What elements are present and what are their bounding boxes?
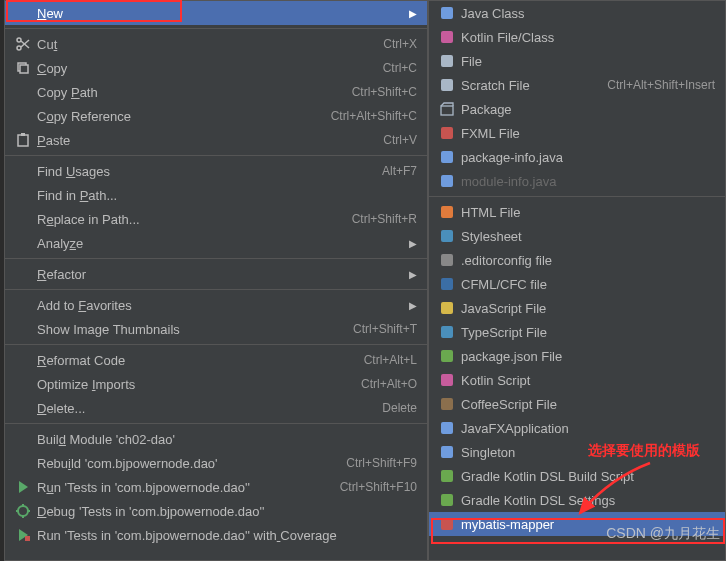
right_menu-mybatis-mapper[interactable]: mybatis-mapper: [429, 512, 725, 536]
left_menu-find-in-path[interactable]: Find in Path...: [5, 183, 427, 207]
gradle-icon: [437, 468, 457, 484]
right_menu-java-class[interactable]: Java Class: [429, 1, 725, 25]
right_menu-cfml[interactable]: CFML/CFC file: [429, 272, 725, 296]
shortcut: Ctrl+C: [383, 61, 417, 75]
svg-rect-25: [441, 278, 453, 290]
left_menu-optimize-imports[interactable]: Optimize ImportsCtrl+Alt+O: [5, 372, 427, 396]
right_menu-coffee-file[interactable]: CoffeeScript File: [429, 392, 725, 416]
menu-label: Run 'Tests in 'com.bjpowernode.dao'': [33, 480, 340, 495]
right_menu-package-json[interactable]: package.json File: [429, 344, 725, 368]
html-icon: [437, 204, 457, 220]
menu-label: package.json File: [457, 349, 715, 364]
file-icon: [437, 53, 457, 69]
right_menu-html-file[interactable]: HTML File: [429, 200, 725, 224]
left_menu-analyze[interactable]: Analyze▶: [5, 231, 427, 255]
left_menu-debug-tests[interactable]: Debug 'Tests in 'com.bjpowernode.dao'': [5, 499, 427, 523]
shortcut: Ctrl+Shift+F10: [340, 480, 417, 494]
shortcut: Ctrl+Shift+F9: [346, 456, 417, 470]
menu-label: Kotlin Script: [457, 373, 715, 388]
right_menu-fxml[interactable]: FXML File: [429, 121, 725, 145]
right_menu-stylesheet[interactable]: Stylesheet: [429, 224, 725, 248]
coffee-icon: [437, 396, 457, 412]
menu-label: .editorconfig file: [457, 253, 715, 268]
separator: [5, 289, 427, 290]
svg-rect-24: [441, 254, 453, 266]
right_menu-gradle-build[interactable]: Gradle Kotlin DSL Build Script: [429, 464, 725, 488]
css-icon: [437, 228, 457, 244]
svg-rect-7: [21, 133, 25, 136]
svg-rect-19: [441, 127, 453, 139]
shortcut: Ctrl+Alt+O: [361, 377, 417, 391]
cfml-icon: [437, 276, 457, 292]
left_menu-run-tests[interactable]: Run 'Tests in 'com.bjpowernode.dao''Ctrl…: [5, 475, 427, 499]
menu-label: Paste: [33, 133, 383, 148]
menu-label: CoffeeScript File: [457, 397, 715, 412]
svg-point-0: [17, 46, 21, 50]
right_menu-singleton[interactable]: Singleton: [429, 440, 725, 464]
svg-rect-31: [441, 422, 453, 434]
svg-rect-29: [441, 374, 453, 386]
menu-label: module-info.java: [457, 174, 715, 189]
left_menu-delete[interactable]: Delete...Delete: [5, 396, 427, 420]
submenu-arrow-icon: ▶: [409, 300, 417, 311]
left_menu-run-coverage[interactable]: Run 'Tests in 'com.bjpowernode.dao'' wit…: [5, 523, 427, 547]
right_menu-editorconfig[interactable]: .editorconfig file: [429, 248, 725, 272]
menu-label: Copy: [33, 61, 383, 76]
shortcut: Ctrl+V: [383, 133, 417, 147]
svg-point-1: [17, 38, 21, 42]
left_menu-refactor[interactable]: Refactor▶: [5, 262, 427, 286]
right_menu-package-info[interactable]: package-info.java: [429, 145, 725, 169]
menu-label: Find in Path...: [33, 188, 417, 203]
right_menu-file[interactable]: File: [429, 49, 725, 73]
menu-label: Reformat Code: [33, 353, 364, 368]
left_menu-reformat[interactable]: Reformat CodeCtrl+Alt+L: [5, 348, 427, 372]
java-class-icon: [437, 5, 457, 21]
left_menu-new[interactable]: New▶: [5, 1, 427, 25]
submenu-arrow-icon: ▶: [409, 238, 417, 249]
left_menu-build-module[interactable]: Build Module 'ch02-dao': [5, 427, 427, 451]
separator: [5, 258, 427, 259]
kotlin-icon: [437, 372, 457, 388]
left_menu-replace-in-path[interactable]: Replace in Path...Ctrl+Shift+R: [5, 207, 427, 231]
left_menu-add-favorites[interactable]: Add to Favorites▶: [5, 293, 427, 317]
svg-rect-34: [441, 494, 453, 506]
menu-label: Stylesheet: [457, 229, 715, 244]
left_menu-cut[interactable]: CutCtrl+X: [5, 32, 427, 56]
left_menu-show-thumbnails[interactable]: Show Image ThumbnailsCtrl+Shift+T: [5, 317, 427, 341]
submenu-arrow-icon: ▶: [409, 8, 417, 19]
right_menu-scratch-file[interactable]: Scratch FileCtrl+Alt+Shift+Insert: [429, 73, 725, 97]
gradle-icon: [437, 492, 457, 508]
coverage-icon: [13, 527, 33, 543]
left_menu-rebuild[interactable]: Rebuild 'com.bjpowernode.dao'Ctrl+Shift+…: [5, 451, 427, 475]
shortcut: Ctrl+X: [383, 37, 417, 51]
right_menu-package[interactable]: Package: [429, 97, 725, 121]
shortcut: Alt+F7: [382, 164, 417, 178]
right_menu-javafx-app[interactable]: JavaFXApplication: [429, 416, 725, 440]
left_menu-paste[interactable]: PasteCtrl+V: [5, 128, 427, 152]
xml-icon: [437, 516, 457, 532]
menu-label: Refactor: [33, 267, 409, 282]
left_menu-find-usages[interactable]: Find UsagesAlt+F7: [5, 159, 427, 183]
java-class-icon: [437, 420, 457, 436]
right_menu-kotlin-file[interactable]: Kotlin File/Class: [429, 25, 725, 49]
right_menu-ts-file[interactable]: TypeScript File: [429, 320, 725, 344]
svg-line-3: [21, 40, 29, 47]
left_menu-copy-reference[interactable]: Copy ReferenceCtrl+Alt+Shift+C: [5, 104, 427, 128]
left_menu-copy[interactable]: CopyCtrl+C: [5, 56, 427, 80]
svg-rect-32: [441, 446, 453, 458]
shortcut: Ctrl+Shift+R: [352, 212, 417, 226]
separator: [5, 28, 427, 29]
menu-label: Build Module 'ch02-dao': [33, 432, 417, 447]
right_menu-kotlin-script[interactable]: Kotlin Script: [429, 368, 725, 392]
menu-label: HTML File: [457, 205, 715, 220]
left_menu-copy-path[interactable]: Copy PathCtrl+Shift+C: [5, 80, 427, 104]
separator: [429, 196, 725, 197]
svg-rect-14: [441, 7, 453, 19]
menu-label: Run 'Tests in 'com.bjpowernode.dao'' wit…: [33, 528, 417, 543]
right_menu-js-file[interactable]: JavaScript File: [429, 296, 725, 320]
svg-rect-22: [441, 206, 453, 218]
shortcut: Ctrl+Shift+C: [352, 85, 417, 99]
svg-rect-23: [441, 230, 453, 242]
svg-rect-28: [441, 350, 453, 362]
right_menu-gradle-settings[interactable]: Gradle Kotlin DSL Settings: [429, 488, 725, 512]
